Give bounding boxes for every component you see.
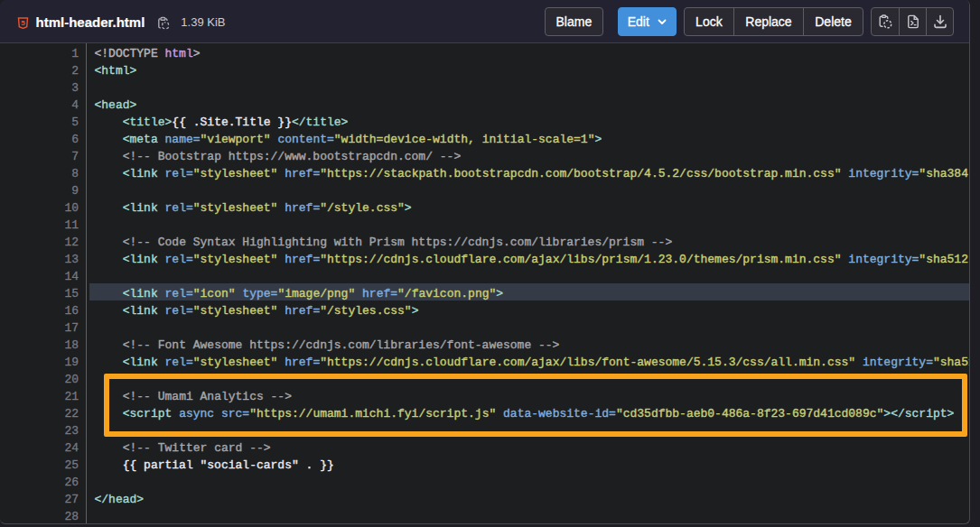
svg-text:5: 5 [21,19,25,27]
